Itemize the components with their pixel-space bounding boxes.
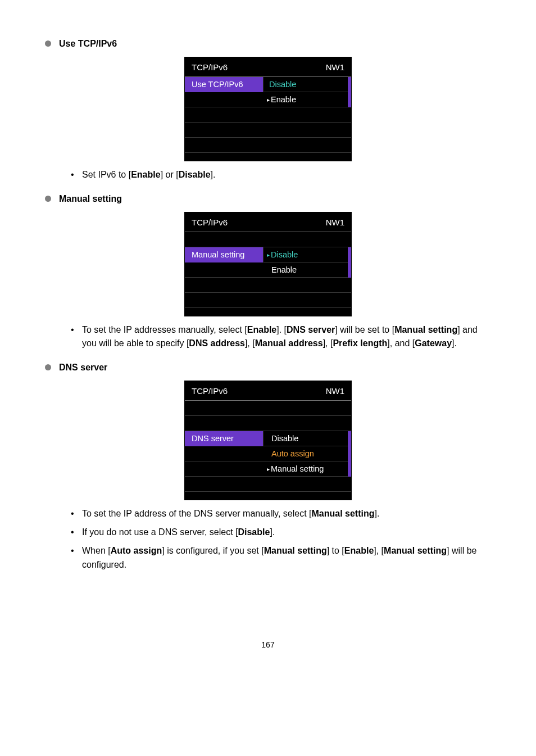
menu-option-auto-assign: Auto assign bbox=[264, 446, 351, 461]
menu-screenshot-dns-server: TCP/IPv6 NW1 DNS server Disable Auto ass… bbox=[184, 381, 352, 500]
page-number: 167 bbox=[45, 639, 491, 650]
menu-selected-row: Use TCP/IPv6 Disable bbox=[185, 77, 351, 92]
menu-empty-row bbox=[185, 278, 351, 293]
menu-title-label: TCP/IPv6 bbox=[192, 61, 228, 74]
menu-empty-row bbox=[185, 232, 351, 247]
section-title: Manual setting bbox=[59, 192, 122, 205]
section-heading-use-tcpipv6: Use TCP/IPv6 bbox=[45, 37, 491, 50]
menu-empty-row bbox=[185, 416, 351, 431]
menu-option-manual-setting: Manual setting bbox=[264, 461, 351, 477]
menu-row-label: DNS server bbox=[185, 431, 264, 446]
menu-row: Manual setting bbox=[185, 461, 351, 477]
menu-title-row: TCP/IPv6 NW1 bbox=[185, 212, 351, 232]
menu-title-tag: NW1 bbox=[326, 385, 344, 397]
menu-option-disable: Disable bbox=[264, 247, 351, 262]
menu-selected-row: DNS server Disable bbox=[185, 431, 351, 446]
bullet-disc-icon bbox=[45, 196, 51, 202]
menu-row-label: Manual setting bbox=[185, 247, 264, 262]
section-heading-dns-server: DNS server bbox=[45, 361, 491, 374]
menu-bottom-strip bbox=[185, 308, 351, 316]
menu-row: Auto assign bbox=[185, 446, 351, 461]
menu-bottom-strip bbox=[185, 153, 351, 161]
menu-empty-row bbox=[185, 401, 351, 416]
menu-title-tag: NW1 bbox=[326, 216, 344, 229]
notes-dns-server: To set the IP address of the DNS server … bbox=[45, 507, 491, 572]
menu-title-tag: NW1 bbox=[326, 61, 344, 74]
note-item: To set the IP addresses manually, select… bbox=[82, 323, 491, 351]
note-item: If you do not use a DNS server, select [… bbox=[82, 526, 491, 540]
menu-empty-row bbox=[185, 477, 351, 492]
menu-option-disable: Disable bbox=[264, 77, 351, 92]
menu-empty-row bbox=[185, 107, 351, 123]
note-item: To set the IP address of the DNS server … bbox=[82, 507, 491, 521]
menu-option-disable: Disable bbox=[264, 431, 351, 446]
menu-row: Enable bbox=[185, 262, 351, 278]
menu-bottom-strip bbox=[185, 492, 351, 500]
note-item: When [Auto assign] is configured, if you… bbox=[82, 544, 491, 572]
menu-empty-row bbox=[185, 293, 351, 308]
menu-screenshot-manual-setting: TCP/IPv6 NW1 Manual setting Disable Enab… bbox=[184, 212, 352, 316]
menu-option-enable: Enable bbox=[264, 262, 351, 278]
menu-title-row: TCP/IPv6 NW1 bbox=[185, 381, 351, 400]
menu-screenshot-use-tcpipv6: TCP/IPv6 NW1 Use TCP/IPv6 Disable Enable bbox=[184, 57, 352, 161]
menu-selected-row: Manual setting Disable bbox=[185, 247, 351, 262]
section-heading-manual-setting: Manual setting bbox=[45, 192, 491, 205]
menu-title-row: TCP/IPv6 NW1 bbox=[185, 57, 351, 76]
menu-option-enable: Enable bbox=[264, 92, 351, 107]
menu-title-label: TCP/IPv6 bbox=[192, 385, 228, 397]
notes-manual-setting: To set the IP addresses manually, select… bbox=[45, 323, 491, 351]
menu-row-label: Use TCP/IPv6 bbox=[185, 77, 264, 92]
bullet-disc-icon bbox=[45, 364, 51, 370]
menu-empty-row bbox=[185, 138, 351, 153]
menu-row: Enable bbox=[185, 92, 351, 107]
notes-use-tcpipv6: Set IPv6 to [Enable] or [Disable]. bbox=[45, 168, 491, 182]
menu-title-label: TCP/IPv6 bbox=[192, 216, 228, 229]
note-item: Set IPv6 to [Enable] or [Disable]. bbox=[82, 168, 491, 182]
section-title: DNS server bbox=[59, 361, 107, 374]
section-title: Use TCP/IPv6 bbox=[59, 37, 117, 50]
bullet-disc-icon bbox=[45, 40, 51, 47]
menu-empty-row bbox=[185, 123, 351, 138]
